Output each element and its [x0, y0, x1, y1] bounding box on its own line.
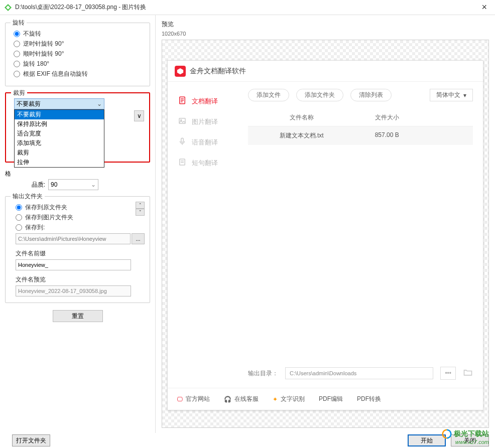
quality-select[interactable]: 90 — [48, 179, 98, 190]
inner-app-toolbar: 添加文件 添加文件夹 清除列表 简体中文 ▾ — [248, 89, 473, 101]
preview-section-label: 预览 — [162, 20, 489, 29]
rotate-opt-exif[interactable]: 根据 EXIF 信息自动旋转 — [14, 70, 145, 78]
preview-box: 金舟文档翻译软件 文档翻译 — [162, 40, 489, 428]
output-group: 输出文件夹 保存到原文件夹 保存到图片文件夹 保存到: ˄ ˅ ... 文件名前… — [5, 196, 150, 303]
footer-support[interactable]: 🎧在线客服 — [224, 395, 259, 403]
prefix-input[interactable] — [16, 259, 131, 270]
titlebar: D:\tools\桌面\2022-08-17_093058.png - 图片转换… — [0, 0, 495, 15]
microphone-icon — [178, 137, 187, 147]
inner-app-main: 添加文件 添加文件夹 清除列表 简体中文 ▾ 文件名称 文件大小 — [243, 82, 483, 388]
footer-pdf-convert[interactable]: PDF转换 — [357, 395, 381, 403]
headset-icon: 🎧 — [224, 396, 231, 403]
format-legend: 格 — [5, 170, 11, 177]
inner-app-logo — [175, 66, 186, 77]
inner-app-window: 金舟文档翻译软件 文档翻译 — [167, 60, 483, 410]
output-stepper: ˄ ˅ — [136, 202, 145, 233]
text-icon — [178, 158, 187, 168]
sidebar-item-doc-translate[interactable]: 文档翻译 — [168, 91, 243, 111]
preview-dimensions: 1020x670 — [162, 31, 489, 37]
close-button[interactable]: × — [477, 2, 491, 13]
add-file-button[interactable]: 添加文件 — [248, 89, 289, 101]
svg-marker-2 — [177, 68, 183, 74]
crop-option-none[interactable]: 不要裁剪 — [15, 110, 104, 119]
inner-output-row: 输出目录： C:\Users\admin\Downloads ••• — [248, 361, 473, 383]
start-button[interactable]: 开始 — [408, 434, 446, 446]
output-opt-pictures[interactable]: 保存到图片文件夹 — [16, 213, 134, 222]
rotate-opt-ccw90[interactable]: 逆时针旋转 90° — [14, 40, 145, 48]
open-folder-icon[interactable] — [463, 367, 473, 380]
table-row[interactable]: 新建文本文档.txt 857.00 B — [248, 126, 473, 145]
inner-output-browse[interactable]: ••• — [440, 367, 456, 380]
cell-actions — [419, 126, 473, 145]
format-group: 格 品质: 90 — [5, 169, 150, 190]
crop-option-stretch[interactable]: 拉伸 — [15, 158, 104, 167]
clear-list-button[interactable]: 清除列表 — [350, 89, 392, 101]
output-stepper-up[interactable]: ˄ — [136, 202, 145, 209]
window-title: D:\tools\桌面\2022-08-17_093058.png - 图片转换 — [15, 3, 477, 12]
crop-group: 裁剪 不要裁剪 不要裁剪 保持原比例 适合宽度 添加填充 裁剪 拉伸 ∨ — [5, 92, 150, 163]
crop-legend: 裁剪 — [11, 89, 27, 97]
cell-filename: 新建文本文档.txt — [248, 126, 355, 145]
footer-ocr[interactable]: ✦文字识别 — [273, 395, 305, 403]
filename-preview — [16, 285, 131, 296]
cell-filesize: 857.00 B — [355, 126, 419, 145]
app-icon — [4, 4, 12, 12]
monitor-icon: 🖵 — [177, 396, 183, 403]
crop-option-crop[interactable]: 裁剪 — [15, 148, 104, 158]
crop-stepper-button[interactable]: ∨ — [134, 110, 144, 121]
sparkle-icon: ✦ — [273, 396, 278, 403]
output-stepper-down[interactable]: ˅ — [136, 209, 145, 216]
quality-label: 品质: — [5, 181, 45, 189]
inner-output-path[interactable]: C:\Users\admin\Downloads — [285, 367, 433, 379]
right-panel: 预览 1020x670 金舟文档翻译软件 — [156, 15, 495, 433]
rotate-opt-cw90[interactable]: 顺时针旋转 90° — [14, 50, 145, 58]
crop-dropdown: 不要裁剪 保持原比例 适合宽度 添加填充 裁剪 拉伸 — [14, 109, 104, 168]
inner-app-titlebar: 金舟文档翻译软件 — [168, 61, 483, 82]
reset-button[interactable]: 重置 — [53, 310, 103, 322]
rotate-opt-none[interactable]: 不旋转 — [14, 30, 145, 38]
footer-website[interactable]: 🖵官方网站 — [177, 395, 210, 403]
svg-rect-9 — [181, 138, 184, 142]
open-folder-button[interactable]: 打开文件夹 — [12, 434, 50, 446]
col-filename: 文件名称 — [248, 109, 355, 126]
language-select[interactable]: 简体中文 ▾ — [430, 89, 473, 101]
inner-app-body: 文档翻译 图片翻译 语音翻译 — [168, 82, 483, 388]
footer-pdf-edit[interactable]: PDF编辑 — [319, 395, 343, 403]
inner-app-footer: 🖵官方网站 🎧在线客服 ✦文字识别 PDF编辑 PDF转换 — [168, 388, 483, 410]
crop-option-add-padding[interactable]: 添加填充 — [15, 138, 104, 148]
prefix-label: 文件名前缀 — [16, 249, 145, 258]
col-filesize: 文件大小 — [355, 109, 419, 126]
output-path-input[interactable] — [16, 233, 131, 244]
quality-value: 90 — [51, 181, 57, 188]
add-folder-button[interactable]: 添加文件夹 — [296, 89, 343, 101]
inner-app-sidebar: 文档翻译 图片翻译 语音翻译 — [168, 82, 243, 388]
close-bottom-button[interactable]: 关闭 — [451, 434, 489, 446]
inner-app-title: 金舟文档翻译软件 — [190, 67, 246, 76]
crop-select-value: 不要裁剪 — [17, 100, 41, 108]
output-opt-original[interactable]: 保存到原文件夹 — [16, 203, 134, 212]
table-header: 文件名称 文件大小 — [248, 109, 473, 126]
document-icon — [178, 96, 187, 106]
crop-option-fit-width[interactable]: 适合宽度 — [15, 129, 104, 138]
image-icon — [178, 116, 187, 127]
rotate-group: 旋转 不旋转 逆时针旋转 90° 顺时针旋转 90° 旋转 180° 根据 EX… — [5, 23, 150, 86]
col-actions — [419, 109, 473, 126]
output-legend: 输出文件夹 — [11, 192, 45, 201]
sidebar-item-image-translate[interactable]: 图片翻译 — [168, 111, 243, 132]
crop-option-keep-ratio[interactable]: 保持原比例 — [15, 119, 104, 129]
output-browse-button[interactable]: ... — [132, 233, 145, 244]
crop-select[interactable]: 不要裁剪 — [14, 98, 104, 109]
inner-output-label: 输出目录： — [248, 369, 278, 378]
left-panel: 旋转 不旋转 逆时针旋转 90° 顺时针旋转 90° 旋转 180° 根据 EX… — [0, 15, 156, 433]
sidebar-item-audio-translate[interactable]: 语音翻译 — [168, 132, 243, 153]
rotate-legend: 旋转 — [11, 19, 27, 27]
preview-label: 文件名预览 — [16, 275, 145, 284]
rotate-opt-180[interactable]: 旋转 180° — [14, 60, 145, 68]
chevron-down-icon: ▾ — [463, 92, 466, 99]
output-opt-custom[interactable]: 保存到: — [16, 223, 134, 232]
svg-rect-7 — [179, 118, 185, 124]
sidebar-item-phrase-translate[interactable]: 短句翻译 — [168, 153, 243, 173]
main-area: 旋转 不旋转 逆时针旋转 90° 顺时针旋转 90° 旋转 180° 根据 EX… — [0, 15, 495, 433]
bottom-bar: 打开文件夹 开始 关闭 — [0, 433, 495, 448]
